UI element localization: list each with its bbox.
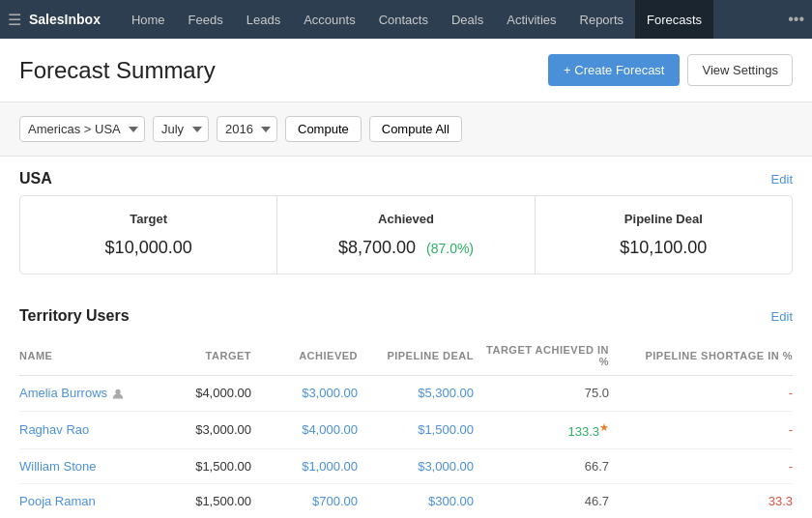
target-value: $10,000.00 xyxy=(40,238,257,258)
cell-target: $4,000.00 xyxy=(145,376,251,412)
table-row: Amelia Burrows $4,000.00 $3,000.00 $5,30… xyxy=(19,376,793,412)
brand-label: SalesInbox xyxy=(29,12,101,27)
col-header-achieved: ACHIEVED xyxy=(251,336,358,376)
cell-name: William Stone xyxy=(19,448,145,483)
cell-target: $3,000.00 xyxy=(145,411,251,448)
territory-section-title: Territory Users xyxy=(19,307,130,325)
cell-shortage: - xyxy=(609,448,793,483)
cell-name: Pooja Raman xyxy=(19,483,145,518)
page-header: Forecast Summary + Create Forecast View … xyxy=(0,39,812,102)
cell-pipeline: $300.00 xyxy=(358,483,474,518)
cell-target: $1,500.00 xyxy=(145,483,251,518)
summary-edit-link[interactable]: Edit xyxy=(771,172,793,187)
user-link[interactable]: Amelia Burrows xyxy=(19,386,107,400)
territory-select[interactable]: Americas > USA xyxy=(19,116,145,142)
achieved-pct: (87.0%) xyxy=(426,241,474,256)
pipeline-value: $10,100.00 xyxy=(555,238,772,258)
nav-items: Home Feeds Leads Accounts Contacts Deals… xyxy=(120,0,788,39)
compute-all-button[interactable]: Compute All xyxy=(369,116,462,142)
summary-cell-pipeline: Pipeline Deal $10,100.00 xyxy=(536,196,792,273)
filter-bar: Americas > USA July 2016 Compute Compute… xyxy=(0,102,812,157)
cell-pipeline: $3,000.00 xyxy=(358,448,474,483)
compute-button[interactable]: Compute xyxy=(285,116,362,142)
table-row: Raghav Rao $3,000.00 $4,000.00 $1,500.00… xyxy=(19,411,793,448)
cell-target: $1,500.00 xyxy=(145,448,251,483)
territory-section: Territory Users Edit NAME TARGET ACHIEVE… xyxy=(19,294,793,518)
cell-name: Amelia Burrows xyxy=(19,376,145,412)
table-row: Pooja Raman $1,500.00 $700.00 $300.00 46… xyxy=(19,483,793,518)
nav-item-reports[interactable]: Reports xyxy=(568,0,636,39)
territory-table: NAME TARGET ACHIEVED PIPELINE DEAL TARGE… xyxy=(19,336,793,518)
header-actions: + Create Forecast View Settings xyxy=(548,54,793,86)
col-header-name: NAME xyxy=(19,336,145,376)
summary-section-title: USA xyxy=(19,170,52,187)
cell-achieved: $3,000.00 xyxy=(251,376,358,412)
nav-item-feeds[interactable]: Feeds xyxy=(177,0,235,39)
col-header-pipeline-short: PIPELINE SHORTAGE IN % xyxy=(609,336,793,376)
achieved-amount: $8,700.00 xyxy=(338,238,416,257)
achieved-value: $8,700.00 (87.0%) xyxy=(297,238,514,258)
pipeline-label: Pipeline Deal xyxy=(555,212,772,226)
user-icon xyxy=(111,388,125,401)
nav-item-activities[interactable]: Activities xyxy=(495,0,567,39)
month-select[interactable]: July xyxy=(153,116,209,142)
cell-shortage: - xyxy=(609,376,793,412)
cell-shortage: 33.3 xyxy=(609,483,793,518)
territory-table-container: NAME TARGET ACHIEVED PIPELINE DEAL TARGE… xyxy=(19,336,793,518)
cell-name: Raghav Rao xyxy=(19,411,145,448)
col-header-pipeline: PIPELINE DEAL xyxy=(358,336,474,376)
cell-achieved: $4,000.00 xyxy=(251,411,358,448)
user-link[interactable]: William Stone xyxy=(19,459,96,474)
nav-item-home[interactable]: Home xyxy=(120,0,177,39)
page-title: Forecast Summary xyxy=(19,57,216,84)
achieved-label: Achieved xyxy=(297,212,514,226)
create-forecast-button[interactable]: + Create Forecast xyxy=(548,54,680,86)
more-icon[interactable]: ••• xyxy=(788,11,804,28)
cell-target-pct: 46.7 xyxy=(474,483,609,518)
nav-item-contacts[interactable]: Contacts xyxy=(367,0,440,39)
user-link[interactable]: Raghav Rao xyxy=(19,422,89,437)
target-label: Target xyxy=(40,212,257,226)
table-header-row: NAME TARGET ACHIEVED PIPELINE DEAL TARGE… xyxy=(19,336,793,376)
year-select[interactable]: 2016 xyxy=(217,116,277,142)
summary-cell-target: Target $10,000.00 xyxy=(20,196,277,273)
table-row: William Stone $1,500.00 $1,000.00 $3,000… xyxy=(19,448,793,483)
nav-item-accounts[interactable]: Accounts xyxy=(292,0,366,39)
main-content: USA Edit Target $10,000.00 Achieved $8,7… xyxy=(0,157,812,518)
nav-item-forecasts[interactable]: Forecasts xyxy=(635,0,713,39)
summary-card: Target $10,000.00 Achieved $8,700.00 (87… xyxy=(19,195,793,274)
cell-pipeline: $5,300.00 xyxy=(358,376,474,412)
col-header-target-pct: TARGET ACHIEVED IN % xyxy=(474,336,609,376)
star-icon: ★ xyxy=(599,421,609,433)
nav-item-leads[interactable]: Leads xyxy=(235,0,292,39)
cell-target-pct: 66.7 xyxy=(474,448,609,483)
cell-target-pct: 75.0 xyxy=(474,376,609,412)
col-header-target: TARGET xyxy=(145,336,251,376)
cell-achieved: $1,000.00 xyxy=(251,448,358,483)
territory-section-header: Territory Users Edit xyxy=(19,294,793,332)
user-link[interactable]: Pooja Raman xyxy=(19,494,96,508)
cell-target-pct: 133.3★ xyxy=(474,411,609,448)
cell-pipeline: $1,500.00 xyxy=(358,411,474,448)
summary-section-header: USA Edit xyxy=(19,157,793,195)
territory-edit-link[interactable]: Edit xyxy=(771,309,793,324)
cell-achieved: $700.00 xyxy=(251,483,358,518)
nav-item-deals[interactable]: Deals xyxy=(440,0,495,39)
hamburger-icon[interactable]: ☰ xyxy=(8,11,21,29)
navigation: ☰ SalesInbox Home Feeds Leads Accounts C… xyxy=(0,0,812,39)
summary-cell-achieved: Achieved $8,700.00 (87.0%) xyxy=(277,196,535,273)
cell-shortage: - xyxy=(609,411,793,448)
view-settings-button[interactable]: View Settings xyxy=(687,54,793,86)
